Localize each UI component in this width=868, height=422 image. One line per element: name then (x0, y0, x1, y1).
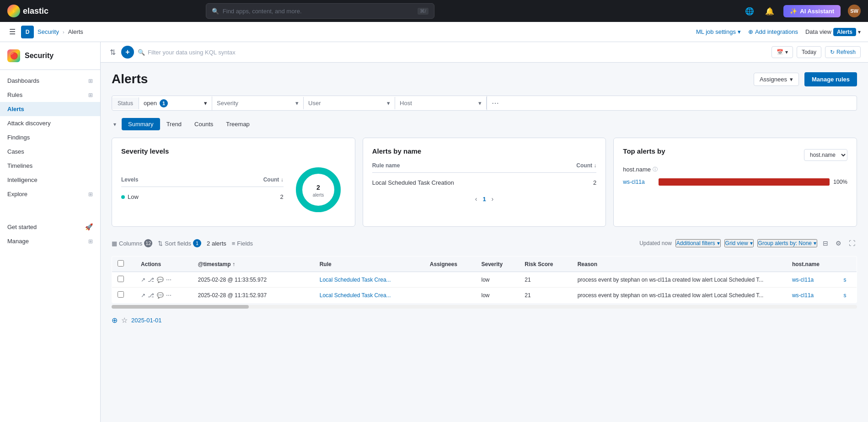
sidebar-item-manage[interactable]: Manage ⊞ (0, 234, 100, 248)
row-2-more-icon[interactable]: ⋯ (166, 292, 171, 299)
fields-button[interactable]: ≡ Fields (232, 240, 253, 247)
row-1-network-icon[interactable]: ⎇ (148, 277, 154, 283)
abn-prev-button[interactable]: ‹ (473, 194, 479, 203)
tab-counts[interactable]: Counts (188, 118, 220, 130)
sidebar-item-findings[interactable]: Findings (0, 130, 100, 144)
sidebar-logo: 🔴 (7, 49, 20, 62)
td-checkbox-1 (112, 272, 136, 288)
sidebar-item-dashboards[interactable]: Dashboards ⊞ (0, 74, 100, 88)
row-2-rule-link[interactable]: Local Scheduled Task Crea... (320, 292, 391, 299)
sidebar-item-alerts[interactable]: Alerts (0, 102, 100, 116)
sort-fields-button[interactable]: ⇅ Sort fields 1 (158, 239, 201, 247)
sidebar-get-started-label: Get started (7, 224, 37, 230)
tab-trend[interactable]: Trend (160, 118, 188, 130)
notifications-icon-btn[interactable]: 🔔 (763, 5, 776, 17)
severity-count-low: 2 (280, 193, 283, 200)
th-hostname: host.name (787, 256, 838, 272)
workspace-button[interactable]: D (21, 26, 34, 38)
today-button[interactable]: Today (797, 46, 821, 58)
row-1-more-icon[interactable]: ⋯ (166, 277, 171, 283)
top-alerts-pct: 100% (833, 179, 847, 185)
filter-more-button[interactable]: ⋯ (487, 96, 504, 110)
data-view-chevron[interactable]: ▾ (858, 29, 861, 35)
ai-assistant-button[interactable]: ✨ AI Assistant (783, 5, 841, 17)
table-header: Actions @timestamp ↑ Rule Assignees Seve… (112, 256, 857, 272)
table-fullscreen-icon-btn[interactable]: ⛶ (847, 238, 857, 249)
row-1-expand-icon[interactable]: ↗ (141, 277, 145, 283)
sidebar-item-cases[interactable]: Cases (0, 144, 100, 159)
horizontal-scrollbar[interactable] (112, 305, 857, 309)
manage-grid-icon: ⊞ (88, 238, 93, 245)
row-1-comment-icon[interactable]: 💬 (157, 277, 164, 283)
severity-levels-content: Levels Count ↓ Low (121, 162, 346, 217)
th-severity: Severity (476, 256, 520, 272)
add-integrations-link[interactable]: ⊕ Add integrations (748, 28, 798, 35)
date-marker-star-button[interactable]: ☆ (121, 316, 128, 325)
global-search[interactable]: 🔍 ⌘/ (206, 3, 434, 19)
search-shortcut: ⌘/ (418, 8, 429, 15)
group-by-button[interactable]: Group alerts by: None ▾ (757, 239, 817, 247)
sidebar-item-intelligence[interactable]: Intelligence (0, 173, 100, 187)
assignees-button[interactable]: Assignees ▾ (754, 73, 799, 86)
date-marker-text[interactable]: 2025-01-01 (131, 317, 162, 324)
calendar-button[interactable]: 📅 ▾ (772, 46, 793, 58)
donut-total-label: 2 (316, 184, 320, 191)
hamburger-button[interactable]: ☰ (7, 26, 17, 38)
select-all-checkbox[interactable] (118, 260, 124, 267)
filter-add-button[interactable]: + (121, 46, 134, 59)
row-2-extra-link[interactable]: s (844, 292, 847, 299)
top-alerts-host-label[interactable]: ws-cl11a (623, 179, 655, 185)
columns-button[interactable]: ▦ Columns 12 (112, 239, 152, 247)
td-rule-2: Local Scheduled Task Crea... (314, 288, 424, 303)
th-timestamp[interactable]: @timestamp ↑ (193, 256, 300, 272)
sidebar-item-explore[interactable]: Explore ⊞ (0, 187, 100, 201)
status-select[interactable]: open 1 ▾ (139, 96, 212, 110)
row-2-comment-icon[interactable]: 💬 (157, 292, 164, 299)
table-view-icon-btn[interactable]: ⊟ (821, 238, 830, 249)
abn-count-col: Count ↓ (576, 162, 596, 169)
alerts-data-view-badge[interactable]: Alerts (833, 28, 856, 36)
abn-rule-count: 2 (593, 179, 596, 186)
additional-filters-button[interactable]: Additional filters ▾ (675, 239, 721, 247)
info-icon[interactable]: ⓘ (653, 166, 658, 173)
host-select[interactable]: Host ▾ (395, 97, 487, 109)
top-alerts-select[interactable]: host.name (804, 149, 847, 161)
date-marker: ⊕ ☆ 2025-01-01 (112, 312, 857, 328)
severity-row-low: Low 2 (121, 191, 284, 203)
tab-summary[interactable]: Summary (122, 118, 160, 130)
refresh-button[interactable]: ↻ Refresh (825, 46, 861, 58)
row-1-checkbox[interactable] (118, 276, 124, 282)
row-1-extra-link[interactable]: s (844, 277, 847, 283)
search-input[interactable] (223, 8, 414, 15)
row-2-hostname-link[interactable]: ws-cl11a (792, 292, 814, 299)
sidebar-attack-discovery-label: Attack discovery (7, 120, 51, 127)
user-avatar[interactable]: SW (848, 5, 861, 17)
table-settings-icon-btn[interactable]: ⚙ (834, 238, 843, 249)
tab-treemap[interactable]: Treemap (220, 118, 256, 130)
row-1-hostname-link[interactable]: ws-cl11a (792, 277, 814, 283)
severity-select[interactable]: Severity ▾ (212, 97, 304, 109)
row-2-expand-icon[interactable]: ↗ (141, 292, 145, 299)
sidebar-item-attack-discovery[interactable]: Attack discovery (0, 116, 100, 130)
globe-icon-btn[interactable]: 🌐 (743, 5, 756, 17)
filter-toggle-button[interactable]: ⇅ (108, 46, 118, 59)
kql-filter-input[interactable] (148, 49, 768, 56)
sidebar-item-get-started[interactable]: Get started 🚀 (0, 219, 100, 234)
abn-next-button[interactable]: › (490, 194, 496, 203)
elastic-logo[interactable]: ⚡ elastic (7, 5, 48, 17)
user-select[interactable]: User ▾ (304, 97, 395, 109)
breadcrumb-security[interactable]: Security (38, 28, 59, 35)
td-timestamp-2: 2025-02-28 @ 11:31:52.937 (193, 288, 300, 303)
grid-view-button[interactable]: Grid view ▾ (724, 239, 754, 247)
sidebar-item-rules[interactable]: Rules ⊞ (0, 88, 100, 102)
collapse-button[interactable]: ▾ (112, 119, 118, 129)
date-marker-add-button[interactable]: ⊕ (112, 316, 118, 325)
sidebar-item-timelines[interactable]: Timelines (0, 159, 100, 173)
manage-rules-button[interactable]: Manage rules (804, 72, 857, 86)
severity-level-low: Low (121, 193, 139, 200)
td-reason-1: process event by stephan on ws-cl11a cre… (572, 272, 787, 288)
row-2-network-icon[interactable]: ⎇ (148, 292, 154, 299)
row-1-rule-link[interactable]: Local Scheduled Task Crea... (320, 277, 391, 283)
ml-job-settings-link[interactable]: ML job settings ▾ (696, 28, 741, 35)
row-2-checkbox[interactable] (118, 291, 124, 298)
